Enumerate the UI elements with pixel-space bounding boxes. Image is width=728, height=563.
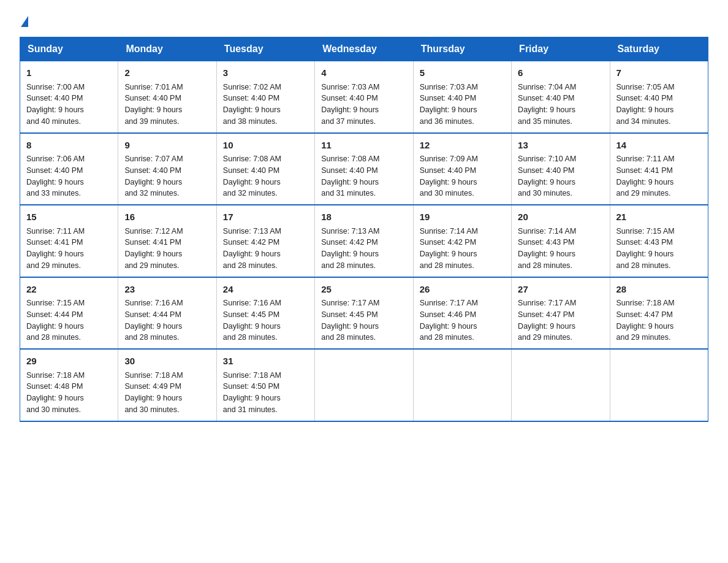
day-of-week-header: Monday [118,37,216,61]
calendar-day-cell: 28 Sunrise: 7:18 AM Sunset: 4:47 PM Dayl… [610,277,708,350]
day-number: 9 [124,139,210,153]
daylight-minutes-text: and 29 minutes. [124,261,179,270]
daylight-text: Daylight: 9 hours [223,322,281,331]
day-number: 31 [223,354,308,369]
daylight-minutes-text: and 36 minutes. [420,117,474,126]
calendar-day-cell: 22 Sunrise: 7:15 AM Sunset: 4:44 PM Dayl… [20,277,118,350]
sunset-text: Sunset: 4:47 PM [616,310,673,319]
daylight-text: Daylight: 9 hours [420,322,477,331]
calendar-day-cell: 5 Sunrise: 7:03 AM Sunset: 4:40 PM Dayli… [413,61,511,133]
day-number: 24 [223,283,308,297]
daylight-text: Daylight: 9 hours [124,250,182,258]
daylight-text: Daylight: 9 hours [26,178,84,186]
calendar-day-cell: 21 Sunrise: 7:15 AM Sunset: 4:43 PM Dayl… [610,205,708,277]
sunrise-text: Sunrise: 7:18 AM [124,371,183,380]
sunset-text: Sunset: 4:40 PM [124,94,181,102]
daylight-text: Daylight: 9 hours [223,250,281,258]
sunset-text: Sunset: 4:40 PM [518,94,574,102]
sunset-text: Sunset: 4:48 PM [26,382,83,391]
sunrise-text: Sunrise: 7:18 AM [26,371,85,380]
days-of-week-row: SundayMondayTuesdayWednesdayThursdayFrid… [20,37,708,61]
sunrise-text: Sunrise: 7:11 AM [616,155,675,163]
daylight-text: Daylight: 9 hours [616,105,674,114]
sunset-text: Sunset: 4:43 PM [518,238,574,247]
calendar-body: 1 Sunrise: 7:00 AM Sunset: 4:40 PM Dayli… [20,61,708,421]
sunset-text: Sunset: 4:50 PM [223,382,279,391]
calendar-day-cell: 3 Sunrise: 7:02 AM Sunset: 4:40 PM Dayli… [216,61,314,133]
day-number: 26 [420,283,505,297]
daylight-minutes-text: and 28 minutes. [616,261,671,270]
calendar-day-cell: 13 Sunrise: 7:10 AM Sunset: 4:40 PM Dayl… [512,133,610,205]
sunrise-text: Sunrise: 7:08 AM [223,155,281,163]
sunrise-text: Sunrise: 7:04 AM [518,83,576,91]
calendar-day-cell: 31 Sunrise: 7:18 AM Sunset: 4:50 PM Dayl… [216,349,314,421]
daylight-minutes-text: and 31 minutes. [321,189,376,197]
logo [20,15,28,26]
day-number: 14 [616,139,702,153]
daylight-minutes-text: and 28 minutes. [26,333,81,342]
daylight-minutes-text: and 28 minutes. [223,333,278,342]
daylight-minutes-text: and 29 minutes. [518,333,572,342]
sunrise-text: Sunrise: 7:12 AM [124,227,183,236]
sunrise-text: Sunrise: 7:17 AM [321,299,379,307]
sunrise-text: Sunrise: 7:14 AM [420,227,478,236]
sunrise-text: Sunrise: 7:14 AM [518,227,576,236]
day-of-week-header: Wednesday [315,37,413,61]
daylight-minutes-text: and 30 minutes. [420,189,474,197]
daylight-text: Daylight: 9 hours [321,322,379,331]
day-number: 30 [124,354,210,369]
calendar-day-cell: 27 Sunrise: 7:17 AM Sunset: 4:47 PM Dayl… [512,277,610,350]
sunset-text: Sunset: 4:40 PM [321,94,377,102]
calendar-day-cell: 9 Sunrise: 7:07 AM Sunset: 4:40 PM Dayli… [118,133,216,205]
day-number: 20 [518,210,603,224]
day-number: 13 [518,139,603,153]
calendar-day-cell: 15 Sunrise: 7:11 AM Sunset: 4:41 PM Dayl… [20,205,118,277]
daylight-minutes-text: and 32 minutes. [124,189,179,197]
calendar-day-cell: 20 Sunrise: 7:14 AM Sunset: 4:43 PM Dayl… [512,205,610,277]
sunrise-text: Sunrise: 7:15 AM [616,227,675,236]
sunset-text: Sunset: 4:47 PM [518,310,574,319]
day-number: 17 [223,210,308,224]
sunrise-text: Sunrise: 7:13 AM [321,227,379,236]
sunset-text: Sunset: 4:40 PM [26,166,83,175]
sunrise-text: Sunrise: 7:13 AM [223,227,281,236]
daylight-minutes-text: and 34 minutes. [616,117,671,126]
sunset-text: Sunset: 4:44 PM [124,310,181,319]
daylight-minutes-text: and 28 minutes. [420,261,474,270]
day-number: 22 [26,283,112,297]
daylight-minutes-text: and 30 minutes. [124,405,179,414]
daylight-minutes-text: and 28 minutes. [321,333,376,342]
sunrise-text: Sunrise: 7:16 AM [124,299,183,307]
day-number: 12 [420,139,505,153]
day-number: 23 [124,283,210,297]
calendar-day-cell: 10 Sunrise: 7:08 AM Sunset: 4:40 PM Dayl… [216,133,314,205]
daylight-text: Daylight: 9 hours [616,250,674,258]
sunset-text: Sunset: 4:40 PM [26,94,83,102]
daylight-text: Daylight: 9 hours [616,178,674,186]
daylight-minutes-text: and 31 minutes. [223,405,278,414]
sunrise-text: Sunrise: 7:16 AM [223,299,281,307]
sunset-text: Sunset: 4:41 PM [26,238,83,247]
sunset-text: Sunset: 4:40 PM [223,94,279,102]
sunrise-text: Sunrise: 7:00 AM [26,83,85,91]
calendar-day-cell: 29 Sunrise: 7:18 AM Sunset: 4:48 PM Dayl… [20,349,118,421]
sunrise-text: Sunrise: 7:11 AM [26,227,85,236]
daylight-text: Daylight: 9 hours [124,394,182,402]
sunrise-text: Sunrise: 7:09 AM [420,155,478,163]
daylight-text: Daylight: 9 hours [124,105,182,114]
daylight-minutes-text: and 29 minutes. [616,333,671,342]
sunset-text: Sunset: 4:42 PM [223,238,279,247]
calendar-day-cell [610,349,708,421]
calendar-day-cell: 19 Sunrise: 7:14 AM Sunset: 4:42 PM Dayl… [413,205,511,277]
sunset-text: Sunset: 4:40 PM [420,94,476,102]
sunset-text: Sunset: 4:40 PM [616,94,673,102]
sunrise-text: Sunrise: 7:01 AM [124,83,183,91]
day-number: 18 [321,210,406,224]
daylight-minutes-text: and 29 minutes. [616,189,671,197]
daylight-text: Daylight: 9 hours [518,178,575,186]
sunrise-text: Sunrise: 7:18 AM [223,371,281,380]
day-number: 4 [321,66,406,80]
calendar-week-row: 15 Sunrise: 7:11 AM Sunset: 4:41 PM Dayl… [20,205,708,277]
calendar-day-cell: 11 Sunrise: 7:08 AM Sunset: 4:40 PM Dayl… [315,133,413,205]
daylight-minutes-text: and 28 minutes. [124,333,179,342]
